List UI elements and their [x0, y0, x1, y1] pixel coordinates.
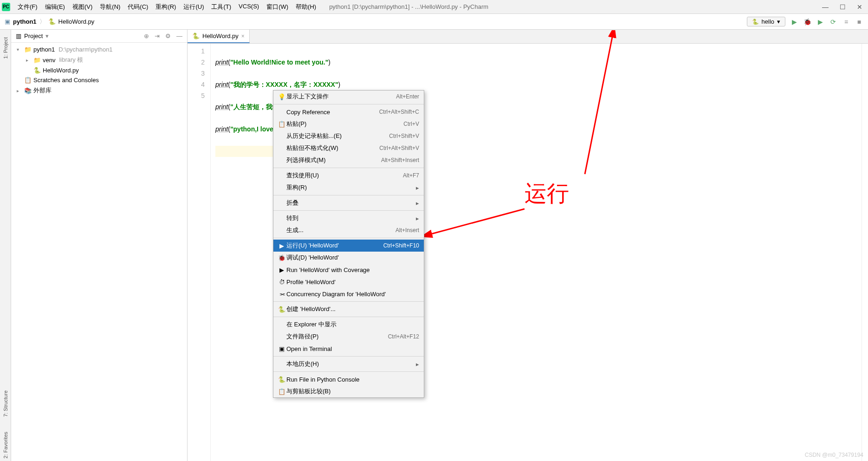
menu-item-icon: ▶	[277, 242, 286, 249]
menu-item[interactable]: 帮助(H)	[292, 1, 320, 13]
tree-row[interactable]: ▸📚外部库	[11, 85, 187, 96]
run-button[interactable]: ▶	[790, 18, 798, 26]
menu-item-icon: 🐞	[277, 254, 286, 261]
more-actions-icon[interactable]: ≡	[842, 18, 850, 26]
context-menu-item[interactable]: Copy ReferenceCtrl+Alt+Shift+C	[273, 106, 424, 118]
tree-row[interactable]: ▸📁venvlibrary 根	[11, 54, 187, 65]
close-icon[interactable]: ✕	[857, 3, 862, 11]
menu-item[interactable]: 代码(C)	[124, 1, 152, 13]
context-menu-item[interactable]: 折叠▸	[273, 197, 424, 209]
context-menu-item[interactable]: 🐞调试(D) 'HelloWord'	[273, 252, 424, 264]
menu-item[interactable]: 运行(U)	[180, 1, 207, 13]
context-menu-item[interactable]: ▣Open in Terminal	[273, 343, 424, 355]
python-file-icon: 🐍	[48, 18, 56, 25]
context-menu-item[interactable]: ▶运行(U) 'HelloWord'Ctrl+Shift+F10	[273, 240, 424, 252]
tree-row[interactable]: ▾📁python1D:\pycharm\python1	[11, 45, 187, 54]
chevron-down-icon: ▾	[777, 18, 780, 25]
context-menu-item[interactable]: 本地历史(H)▸	[273, 358, 424, 370]
tree-node-path: library 根	[59, 56, 83, 64]
tree-arrow-icon[interactable]: ▾	[17, 47, 22, 52]
context-menu-item[interactable]: 从历史记录粘贴...(E)Ctrl+Shift+V	[273, 130, 424, 142]
window-title: python1 [D:\pycharm\python1] - ...\Hello…	[329, 3, 488, 10]
tree-node-icon: 📋	[24, 77, 32, 84]
tree-node-label: python1	[33, 46, 55, 53]
menu-item-icon: ⫘	[277, 291, 286, 298]
menu-item-shortcut: Alt+F7	[403, 172, 419, 179]
tree-node-path: D:\pycharm\python1	[58, 46, 112, 53]
context-menu-item[interactable]: 查找使用(U)Alt+F7	[273, 169, 424, 182]
minimize-icon[interactable]: —	[822, 3, 829, 11]
submenu-arrow-icon: ▸	[416, 361, 419, 368]
menu-separator	[273, 356, 424, 357]
maximize-icon[interactable]: ☐	[840, 3, 846, 11]
hide-icon[interactable]: —	[176, 32, 182, 39]
breadcrumb-file[interactable]: HelloWord.py	[58, 18, 95, 25]
context-menu-item[interactable]: 粘贴但不格式化(W)Ctrl+Alt+Shift+V	[273, 142, 424, 154]
context-menu-item[interactable]: 转到▸	[273, 212, 424, 224]
stop-button[interactable]: ■	[855, 18, 863, 26]
profile-button[interactable]: ⟳	[829, 18, 837, 26]
tool-tab-favorites[interactable]: 2: Favorites	[2, 429, 9, 461]
context-menu-item[interactable]: 文件路径(P)Ctrl+Alt+F12	[273, 331, 424, 343]
breadcrumb-separator-icon: 〉	[39, 18, 45, 26]
context-menu-item[interactable]: 重构(R)▸	[273, 182, 424, 194]
project-tree[interactable]: ▾📁python1D:\pycharm\python1▸📁venvlibrary…	[11, 43, 187, 98]
menu-item-label: 本地历史(H)	[286, 360, 416, 368]
tree-node-label: 外部库	[33, 86, 52, 95]
menu-item-shortcut: Ctrl+Shift+F10	[383, 242, 419, 249]
tool-tab-project[interactable]: 1: Project	[2, 34, 9, 61]
menu-item-shortcut: Alt+Shift+Insert	[381, 157, 419, 163]
debug-button[interactable]: 🐞	[803, 18, 811, 26]
menu-item[interactable]: VCS(S)	[235, 1, 263, 13]
context-menu-item[interactable]: ⫘Concurrency Diagram for 'HelloWord'	[273, 288, 424, 300]
menu-item-shortcut: Alt+Insert	[395, 227, 419, 234]
menu-item-icon: 📋	[277, 388, 286, 395]
context-menu-item[interactable]: ⏱Profile 'HelloWord'	[273, 276, 424, 288]
submenu-arrow-icon: ▸	[416, 215, 419, 222]
breadcrumb-project[interactable]: python1	[13, 18, 37, 25]
menu-item-label: 查找使用(U)	[286, 171, 403, 180]
close-tab-icon[interactable]: ×	[241, 33, 245, 39]
tab-label: HelloWord.py	[202, 32, 239, 39]
menu-separator	[273, 371, 424, 372]
context-menu-item[interactable]: 🐍创建 'HelloWord'...	[273, 303, 424, 315]
context-menu-item[interactable]: 🐍Run File in Python Console	[273, 373, 424, 385]
python-file-icon: 🐍	[192, 32, 200, 39]
tree-row[interactable]: 🐍HelloWord.py	[11, 65, 187, 75]
chevron-down-icon[interactable]: ▾	[45, 32, 49, 39]
menu-item[interactable]: 重构(R)	[152, 1, 180, 13]
tab-helloword[interactable]: 🐍 HelloWord.py ×	[188, 30, 250, 43]
context-menu-item[interactable]: 💡显示上下文操作Alt+Enter	[273, 91, 424, 103]
menu-item[interactable]: 窗口(W)	[263, 1, 292, 13]
editor-marker-bar	[862, 44, 868, 461]
tool-tab-structure[interactable]: 7: Structure	[2, 388, 9, 420]
menu-item[interactable]: 导航(N)	[96, 1, 124, 13]
tree-arrow-icon[interactable]: ▸	[26, 58, 32, 63]
context-menu-item[interactable]: ▶Run 'HelloWord' with Coverage	[273, 264, 424, 276]
coverage-button[interactable]: ▶	[816, 18, 824, 26]
menu-item-label: 转到	[286, 214, 416, 222]
menu-separator	[273, 210, 424, 211]
collapse-icon[interactable]: ⇥	[155, 32, 160, 39]
project-panel-title: Project	[24, 32, 43, 39]
menu-item[interactable]: 视图(V)	[69, 1, 96, 13]
tree-arrow-icon[interactable]: ▸	[17, 88, 22, 93]
tree-node-icon: 📚	[24, 87, 32, 94]
context-menu-item[interactable]: 在 Explorer 中显示	[273, 318, 424, 331]
menu-item-label: 从历史记录粘贴...(E)	[286, 132, 389, 140]
tree-row[interactable]: 📋Scratches and Consoles	[11, 75, 187, 85]
context-menu-item[interactable]: 📋与剪贴板比较(B)	[273, 385, 424, 397]
context-menu-item[interactable]: 列选择模式(M)Alt+Shift+Insert	[273, 154, 424, 166]
context-menu-item[interactable]: 📋粘贴(P)Ctrl+V	[273, 118, 424, 130]
menu-item[interactable]: 文件(F)	[14, 1, 41, 13]
gear-icon[interactable]: ⚙	[165, 32, 171, 39]
submenu-arrow-icon: ▸	[416, 184, 419, 191]
menu-item[interactable]: 编辑(E)	[41, 1, 69, 13]
menu-item[interactable]: 工具(T)	[207, 1, 235, 13]
target-icon[interactable]: ⊕	[144, 32, 149, 39]
run-config-selector[interactable]: hello ▾	[747, 17, 785, 26]
editor-context-menu: 💡显示上下文操作Alt+EnterCopy ReferenceCtrl+Alt+…	[273, 90, 424, 398]
context-menu-item[interactable]: 生成...Alt+Insert	[273, 224, 424, 236]
main-area: 1: Project 7: Structure 2: Favorites ▥Pr…	[0, 30, 868, 461]
menu-item-label: Run 'HelloWord' with Coverage	[286, 266, 419, 273]
